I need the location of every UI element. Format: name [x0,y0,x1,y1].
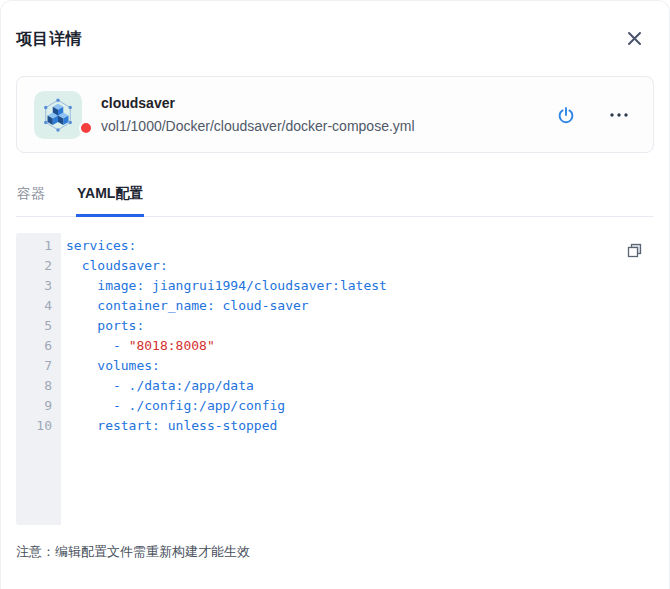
code-line: container_name: cloud-saver [66,296,654,316]
code-line: ports: [66,316,654,336]
more-options-button[interactable] [605,108,633,122]
editor-code[interactable]: services: cloudsaver: image: jiangrui199… [61,233,654,525]
yaml-code-token: container_name: cloud-saver [66,298,309,313]
project-details-modal: 项目详情 [0,0,670,589]
close-button[interactable] [625,29,644,48]
line-number: 9 [16,396,52,416]
tab-yaml-config[interactable]: YAML配置 [76,181,144,217]
code-line: restart: unless-stopped [66,416,654,436]
line-number: 2 [16,256,52,276]
code-line: cloudsaver: [66,256,654,276]
cloudsaver-app-icon [34,91,82,139]
copy-icon [626,242,643,259]
project-path: vol1/1000/Docker/cloudsaver/docker-compo… [101,118,415,134]
status-dot [79,121,93,135]
yaml-code-token: - ./data:/app/data [66,378,254,393]
yaml-code-token: - ./config:/app/config [66,398,285,413]
line-number: 8 [16,376,52,396]
code-line: volumes: [66,356,654,376]
copy-button[interactable] [624,240,645,261]
project-info: cloudsaver vol1/1000/Docker/cloudsaver/d… [101,95,415,134]
project-name: cloudsaver [101,95,415,111]
line-number: 6 [16,336,52,356]
code-line: services: [66,236,654,256]
yaml-code-token: services: [66,238,136,253]
project-card: cloudsaver vol1/1000/Docker/cloudsaver/d… [16,76,654,153]
line-number: 1 [16,236,52,256]
code-line: - "8018:8008" [66,336,654,356]
editor-gutter: 12345678910 [16,233,61,525]
power-icon [557,106,575,124]
code-line: - ./config:/app/config [66,396,654,416]
cubes-hexagon-icon [37,94,79,136]
power-button[interactable] [553,102,579,128]
line-number: 4 [16,296,52,316]
yaml-code-token: cloudsaver: [66,258,168,273]
line-number: 3 [16,276,52,296]
yaml-code-token: image: jiangrui1994/cloudsaver:latest [66,278,387,293]
yaml-code-token: restart: unless-stopped [66,418,277,433]
modal-header: 项目详情 [16,29,654,50]
app-icon-wrap [34,91,82,139]
tab-containers[interactable]: 容器 [16,181,46,217]
code-line: - ./data:/app/data [66,376,654,396]
yaml-string-token: "8018:8008" [129,338,215,353]
yaml-code-token: ports: [66,318,144,333]
ellipsis-icon [609,112,629,118]
tab-bar: 容器 YAML配置 [16,181,654,217]
yaml-code-token: volumes: [66,358,160,373]
line-number: 10 [16,416,52,436]
close-icon [627,31,642,46]
footer-note: 注意：编辑配置文件需重新构建才能生效 [16,543,654,561]
yaml-code-token: - [66,338,129,353]
line-number: 5 [16,316,52,336]
card-actions [553,102,639,128]
page-title: 项目详情 [16,29,82,50]
yaml-editor[interactable]: 12345678910 services: cloudsaver: image:… [16,233,654,525]
line-number: 7 [16,356,52,376]
code-line: image: jiangrui1994/cloudsaver:latest [66,276,654,296]
